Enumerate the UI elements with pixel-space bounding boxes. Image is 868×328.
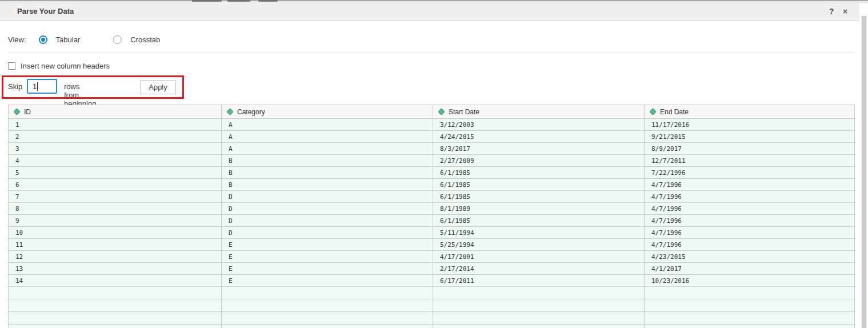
table-row: 11E5/25/19944/7/1996 — [9, 239, 855, 251]
radio-crosstab-label[interactable]: Crosstab — [130, 35, 160, 44]
table-cell: E — [222, 263, 433, 275]
column-header-start-date[interactable]: Start Date — [433, 105, 645, 119]
table-cell: 4/7/1996 — [645, 239, 855, 251]
parse-data-dialog: Parse Your Data ? × View: Tabular Crosst… — [0, 2, 859, 328]
column-header-label: Category — [237, 108, 265, 116]
table-cell: 4/7/1996 — [645, 191, 855, 203]
table-cell: D — [222, 191, 433, 203]
empty-cell — [645, 325, 855, 328]
table-row: 7D6/1/19854/7/1996 — [9, 191, 855, 203]
data-preview-table: IDCategoryStart DateEnd Date 1A3/12/2003… — [8, 105, 855, 328]
table-cell: 3/12/2003 — [433, 119, 645, 131]
empty-cell — [9, 312, 222, 325]
radio-tabular[interactable] — [39, 35, 47, 44]
column-header-label: ID — [24, 108, 31, 116]
table-cell: 8 — [9, 203, 222, 215]
table-cell: 11/17/2016 — [645, 119, 855, 131]
radio-crosstab[interactable] — [113, 35, 122, 44]
table-cell: 13 — [9, 263, 222, 275]
table-cell: 4/17/2001 — [433, 251, 645, 263]
attribute-diamond-icon — [226, 108, 234, 115]
table-cell: 4/24/2015 — [433, 131, 645, 143]
table-cell: 8/9/2017 — [645, 143, 855, 155]
table-cell: 6/1/1985 — [433, 167, 645, 179]
empty-cell — [222, 299, 433, 312]
screen: Parse Your Data ? × View: Tabular Crosst… — [0, 0, 868, 328]
table-cell: 2/27/2009 — [433, 155, 645, 167]
page-scrollbar — [861, 16, 867, 328]
table-row: 4B2/27/200912/7/2011 — [9, 155, 855, 167]
attribute-diamond-icon — [438, 108, 445, 115]
close-icon[interactable]: × — [840, 6, 850, 17]
column-header-label: End Date — [660, 108, 689, 116]
empty-table-row — [9, 325, 855, 328]
dialog-title: Parse Your Data — [17, 7, 74, 15]
insert-headers-checkbox[interactable] — [8, 62, 15, 70]
empty-cell — [645, 299, 855, 312]
column-header-category[interactable]: Category — [222, 105, 433, 119]
table-row: 5B6/1/19857/22/1996 — [9, 167, 855, 179]
table-cell: 7/22/1996 — [645, 167, 855, 179]
table-cell: 10 — [9, 227, 222, 239]
table-cell: 7 — [9, 191, 222, 203]
table-cell: 5 — [9, 167, 222, 179]
table-cell: 9/21/2015 — [645, 131, 855, 143]
table-cell: 1 — [9, 119, 222, 131]
empty-cell — [433, 299, 645, 312]
table-row: 9D6/1/19854/7/1996 — [9, 215, 855, 227]
skip-rows-input[interactable] — [27, 79, 57, 94]
empty-cell — [9, 325, 222, 328]
table-cell: 4/7/1996 — [645, 179, 855, 191]
table-cell: 12 — [9, 251, 222, 263]
insert-headers-row: Insert new column headers — [8, 62, 110, 70]
empty-cell — [645, 287, 855, 299]
help-icon[interactable]: ? — [826, 6, 837, 17]
table-cell: D — [222, 227, 433, 239]
view-controls: View: Tabular Crosstab — [8, 34, 160, 45]
table-cell: 4/1/2017 — [645, 263, 855, 275]
table-cell: 4 — [9, 155, 222, 167]
table-row: 12E4/17/20014/23/2015 — [9, 251, 855, 263]
column-header-end-date[interactable]: End Date — [645, 105, 855, 119]
table-cell: B — [222, 179, 433, 191]
table-cell: 6/17/2011 — [433, 275, 645, 287]
empty-cell — [222, 287, 433, 299]
empty-cell — [433, 325, 645, 328]
table-cell: 12/7/2011 — [645, 155, 855, 167]
column-header-id[interactable]: ID — [9, 105, 222, 119]
attribute-diamond-icon — [649, 108, 657, 115]
section-divider — [8, 52, 854, 53]
table-cell: B — [222, 167, 433, 179]
table-cell: A — [222, 143, 433, 155]
attribute-diamond-icon — [13, 108, 21, 115]
table-cell: A — [222, 119, 433, 131]
table-cell: 11 — [9, 239, 222, 251]
table-cell: A — [222, 131, 433, 143]
table-cell: 2/17/2014 — [433, 263, 645, 275]
empty-table-row — [9, 287, 855, 299]
view-label: View: — [8, 35, 26, 44]
table-cell: 5/25/1994 — [433, 239, 645, 251]
table-row: 14E6/17/201110/23/2016 — [9, 275, 855, 287]
scrollbar-thumb[interactable] — [862, 16, 866, 328]
apply-button[interactable]: Apply — [140, 80, 176, 94]
table-cell: E — [222, 239, 433, 251]
dialog-titlebar: Parse Your Data ? × — [0, 2, 859, 21]
table-row: 13E2/17/20144/1/2017 — [9, 263, 855, 275]
table-row: 1A3/12/200311/17/2016 — [9, 119, 855, 131]
table-cell: 8/1/1989 — [433, 203, 645, 215]
table-cell: 8/3/2017 — [433, 143, 645, 155]
skip-input-wrap — [27, 79, 57, 94]
empty-cell — [9, 287, 222, 299]
table-cell: 4/7/1996 — [645, 203, 855, 215]
table-row: 6B6/1/19854/7/1996 — [9, 179, 855, 191]
table-cell: 5/11/1994 — [433, 227, 645, 239]
table-cell: 6/1/1985 — [433, 179, 645, 191]
table-cell: 6 — [9, 179, 222, 191]
table-cell: 4/7/1996 — [645, 227, 855, 239]
radio-tabular-label[interactable]: Tabular — [56, 35, 81, 44]
insert-headers-label[interactable]: Insert new column headers — [21, 62, 110, 70]
dialog-top-edge — [0, 0, 868, 1]
empty-cell — [433, 287, 645, 299]
table-cell: D — [222, 215, 433, 227]
